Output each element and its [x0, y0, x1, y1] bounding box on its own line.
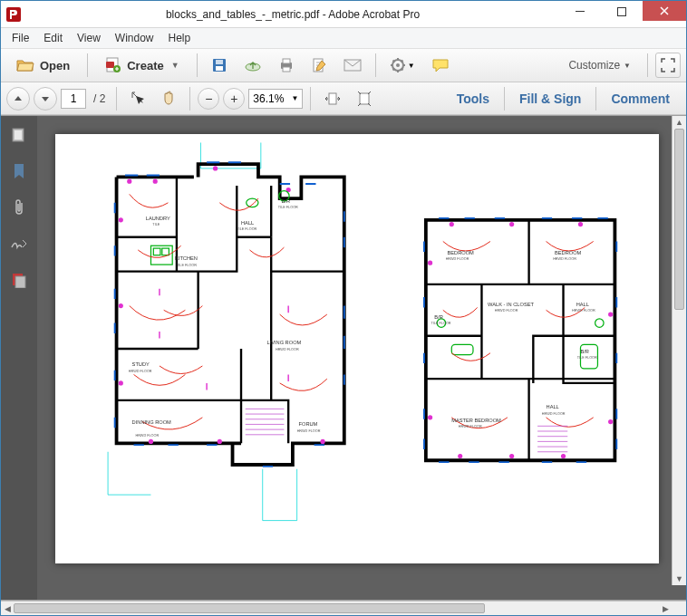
scroll-left-button[interactable]: ◀: [1, 602, 14, 615]
expand-icon: [661, 58, 675, 72]
prev-page-button[interactable]: [6, 87, 30, 111]
svg-rect-21: [15, 276, 25, 288]
speech-bubble-icon: [431, 58, 450, 72]
nav-toolbar: / 2 − + 36.1%▼ Tools Fill & Sign Comment: [1, 82, 686, 115]
svg-rect-64: [451, 344, 473, 354]
svg-text:FORUM: FORUM: [299, 421, 318, 427]
signatures-panel-button[interactable]: [9, 234, 29, 254]
dropdown-caret-icon: ▼: [171, 61, 179, 70]
menu-edit[interactable]: Edit: [36, 30, 70, 46]
svg-rect-17: [360, 93, 369, 104]
svg-point-15: [396, 63, 400, 67]
svg-point-58: [609, 313, 613, 316]
scroll-thumb-horizontal[interactable]: [14, 603, 485, 613]
cloud-button[interactable]: [237, 53, 268, 77]
separator: [87, 53, 88, 77]
save-button[interactable]: [205, 53, 234, 77]
maximize-button[interactable]: [601, 1, 643, 23]
scroll-right-button[interactable]: ▶: [659, 602, 672, 615]
floorplan-drawing: LAUNDRY TILE HALL TILE FLOOR B/R TILE FL…: [55, 134, 659, 563]
svg-point-31: [321, 439, 324, 443]
svg-text:HRWD FLOOR: HRWD FLOOR: [553, 257, 576, 261]
svg-text:DINNING ROOM: DINNING ROOM: [132, 419, 171, 425]
open-button[interactable]: Open: [6, 53, 80, 77]
bookmarks-panel-button[interactable]: [9, 161, 29, 181]
menu-window[interactable]: Window: [108, 30, 161, 46]
page-number-input[interactable]: [61, 89, 86, 109]
svg-point-25: [286, 188, 290, 192]
edit-button[interactable]: [305, 53, 334, 77]
horizontal-scrollbar[interactable]: ◀ ▶: [1, 601, 672, 615]
gear-icon: [390, 57, 406, 73]
separator: [375, 53, 376, 77]
fullscreen-button[interactable]: [655, 53, 681, 78]
svg-rect-11: [283, 67, 290, 72]
scroll-up-button[interactable]: ▲: [672, 116, 686, 129]
svg-text:HRWD FLOOR: HRWD FLOOR: [129, 370, 152, 373]
next-page-button[interactable]: [34, 87, 57, 111]
svg-point-54: [510, 223, 514, 226]
separator: [189, 87, 190, 111]
scroll-down-button[interactable]: ▼: [672, 573, 686, 585]
layers-icon: [11, 272, 27, 288]
print-button[interactable]: [272, 53, 301, 77]
zoom-out-button[interactable]: −: [198, 88, 219, 110]
svg-rect-1: [12, 12, 15, 14]
svg-text:HRWD FLOOR: HRWD FLOOR: [572, 309, 595, 313]
svg-point-53: [450, 223, 453, 226]
thumbnails-panel-button[interactable]: [9, 125, 29, 145]
attachments-panel-button[interactable]: [9, 197, 29, 217]
fit-page-button[interactable]: [351, 87, 378, 111]
minimize-button[interactable]: [559, 1, 601, 23]
svg-text:TILE FLOOR: TILE FLOOR: [237, 227, 256, 231]
vertical-scrollbar[interactable]: ▲ ▼: [672, 116, 686, 585]
svg-rect-33: [153, 248, 160, 255]
zoom-level-dropdown[interactable]: 36.1%▼: [248, 89, 303, 109]
menu-view[interactable]: View: [70, 30, 108, 46]
svg-text:HALL: HALL: [241, 220, 254, 226]
fit-page-icon: [357, 91, 372, 107]
separator: [310, 87, 311, 111]
menu-file[interactable]: File: [5, 30, 36, 46]
fill-sign-panel-button[interactable]: Fill & Sign: [508, 91, 592, 106]
folder-open-icon: [16, 58, 34, 72]
tools-panel-button[interactable]: Tools: [446, 91, 500, 106]
separator: [504, 87, 505, 111]
save-icon: [211, 57, 227, 73]
select-tool-button[interactable]: [124, 87, 151, 111]
highlight-button[interactable]: [425, 53, 456, 77]
svg-point-62: [562, 455, 566, 458]
hand-tool-button[interactable]: [155, 87, 182, 111]
document-area[interactable]: LAUNDRY TILE HALL TILE FLOOR B/R TILE FL…: [37, 116, 686, 600]
comment-panel-button[interactable]: Comment: [600, 91, 681, 106]
cloud-upload-icon: [244, 58, 262, 72]
svg-text:HRWD FLOOR: HRWD FLOOR: [495, 309, 518, 313]
scroll-thumb-vertical[interactable]: [674, 129, 684, 310]
svg-point-29: [150, 439, 153, 443]
email-button[interactable]: [337, 53, 368, 77]
bookmark-icon: [13, 163, 25, 179]
create-label: Create: [127, 59, 163, 72]
arrow-down-icon: [41, 94, 50, 103]
svg-text:HALL: HALL: [576, 302, 589, 307]
navigation-pane: [1, 116, 37, 600]
fit-width-button[interactable]: [318, 87, 347, 111]
layers-panel-button[interactable]: [9, 270, 29, 290]
menu-help[interactable]: Help: [161, 30, 198, 46]
svg-text:HRWD FLOOR: HRWD FLOOR: [276, 348, 299, 351]
open-label: Open: [40, 59, 70, 72]
select-cursor-icon: [131, 91, 145, 107]
zoom-in-button[interactable]: +: [223, 88, 245, 110]
svg-point-60: [459, 455, 462, 458]
create-button[interactable]: Create ▼: [95, 53, 189, 77]
separator: [595, 87, 596, 111]
svg-point-36: [247, 198, 258, 207]
close-button[interactable]: [643, 1, 686, 21]
settings-button[interactable]: ▼: [383, 53, 421, 77]
separator: [647, 53, 648, 77]
svg-point-61: [510, 455, 514, 458]
customize-button[interactable]: Customize▼: [559, 59, 640, 72]
separator: [197, 53, 198, 77]
svg-point-27: [119, 304, 122, 308]
svg-text:LAUNDRY: LAUNDRY: [146, 216, 170, 221]
